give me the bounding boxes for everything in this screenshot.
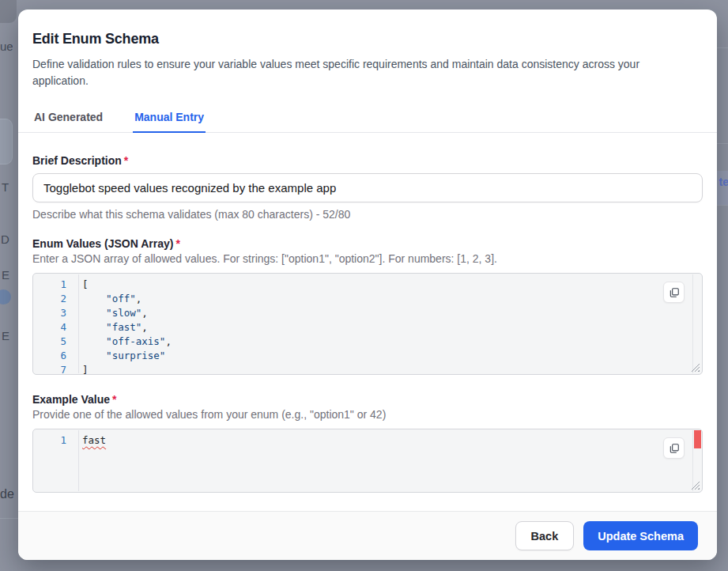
code-token: , <box>141 321 148 333</box>
line-number: 1 <box>33 433 78 448</box>
line-number: 1 <box>33 278 78 292</box>
code-token <box>82 307 106 319</box>
code-token: , <box>141 307 148 319</box>
example-value-label: Example Value* <box>32 393 703 406</box>
code-line: 6 "surprise" <box>33 349 702 363</box>
line-number: 7 <box>33 363 78 375</box>
code-line: 4 "fast", <box>33 320 702 335</box>
label-text: Brief Description <box>32 154 122 167</box>
error-annotation-marker <box>694 430 701 448</box>
required-asterisk: * <box>112 393 116 406</box>
code-line: 1[ <box>33 278 702 292</box>
code-token: , <box>165 335 172 347</box>
code-content[interactable]: ] <box>78 363 89 375</box>
line-number: 5 <box>33 335 78 349</box>
back-button[interactable]: Back <box>515 521 575 550</box>
required-asterisk: * <box>124 154 128 167</box>
line-number: 3 <box>33 306 78 320</box>
line-number: 2 <box>33 292 78 306</box>
example-value-helper: Provide one of the allowed values from y… <box>32 408 703 421</box>
code-content[interactable]: [ <box>78 278 89 292</box>
code-token: , <box>136 293 142 304</box>
tab-ai-generated[interactable]: AI Generated <box>32 108 104 133</box>
enum-values-field: Enum Values (JSON Array)* Enter a JSON a… <box>32 237 703 375</box>
enum-values-helper: Enter a JSON array of allowed values. Fo… <box>32 252 703 265</box>
backdrop-divider <box>717 205 728 206</box>
label-text: Example Value <box>32 393 110 406</box>
modal-body: Brief Description* Describe what this sc… <box>18 133 717 511</box>
code-line: 2 "off", <box>33 292 702 306</box>
code-content[interactable]: "fast", <box>78 320 148 335</box>
backdrop-text-fragment: de <box>0 487 14 501</box>
tab-bar: AI Generated Manual Entry <box>18 108 717 133</box>
brief-description-field: Brief Description* Describe what this sc… <box>32 154 703 221</box>
code-token <box>82 321 106 333</box>
edit-enum-schema-modal: Edit Enum Schema Define validation rules… <box>18 9 717 560</box>
code-token: "slow" <box>106 307 141 319</box>
backdrop-text-fragment: ue <box>0 40 13 53</box>
example-value-editor[interactable]: 1fast <box>32 429 703 493</box>
backdrop-link-fragment: te <box>719 176 728 188</box>
example-value-field: Example Value* Provide one of the allowe… <box>32 393 703 493</box>
code-token: ] <box>82 364 89 375</box>
code-content[interactable]: "off", <box>78 292 141 306</box>
code-token: "surprise" <box>106 350 165 361</box>
line-number: 4 <box>33 320 78 335</box>
code-token: "fast" <box>106 321 141 333</box>
code-token: [ <box>82 278 89 290</box>
modal-title: Edit Enum Schema <box>32 31 703 47</box>
code-line: 3 "slow", <box>33 306 702 320</box>
update-schema-button[interactable]: Update Schema <box>583 521 698 550</box>
backdrop-text-fragment: D <box>1 233 9 246</box>
code-lines: 1fast <box>33 429 702 448</box>
code-lines: 1[2 "off",3 "slow",4 "fast",5 "off-axis"… <box>33 274 702 375</box>
backdrop-pill-fragment <box>0 119 13 164</box>
code-content[interactable]: "off-axis", <box>78 335 172 349</box>
backdrop-divider <box>717 143 728 144</box>
copy-icon <box>669 443 680 454</box>
brief-description-label: Brief Description* <box>32 154 703 167</box>
copy-icon <box>669 287 680 298</box>
screen: { "backdrop": { "fragments": { "left_top… <box>0 0 728 571</box>
code-line: 1fast <box>33 433 702 448</box>
code-token: "off" <box>106 293 136 304</box>
code-line: 7] <box>33 363 702 375</box>
tab-manual-entry[interactable]: Manual Entry <box>133 108 206 133</box>
code-content[interactable]: fast <box>78 433 106 448</box>
backdrop-avatar-fragment <box>0 289 11 304</box>
label-text: Enum Values (JSON Array) <box>32 237 173 250</box>
modal-footer: Back Update Schema <box>18 511 717 560</box>
backdrop-divider <box>0 518 18 519</box>
code-content[interactable]: "surprise" <box>78 349 165 363</box>
backdrop-card-corner <box>0 0 17 23</box>
enum-values-label: Enum Values (JSON Array)* <box>32 237 703 250</box>
brief-description-helper: Describe what this schema validates (max… <box>32 208 703 221</box>
enum-values-editor[interactable]: 1[2 "off",3 "slow",4 "fast",5 "off-axis"… <box>32 273 703 375</box>
modal-description: Define validation rules to ensure your v… <box>32 56 692 89</box>
code-token <box>82 350 106 361</box>
code-token <box>82 293 106 304</box>
code-token <box>82 335 106 347</box>
modal-header: Edit Enum Schema Define validation rules… <box>18 9 717 89</box>
brief-description-input[interactable] <box>32 173 703 202</box>
backdrop-divider <box>717 47 728 48</box>
copy-button[interactable] <box>663 437 685 459</box>
code-token: fast <box>82 434 106 446</box>
backdrop-text-fragment: E <box>2 268 9 282</box>
line-number: 6 <box>33 349 78 363</box>
code-content[interactable]: "slow", <box>78 306 148 320</box>
backdrop-text-fragment: E <box>2 329 9 342</box>
required-asterisk: * <box>175 237 179 250</box>
copy-button[interactable] <box>663 282 685 303</box>
backdrop-text-fragment: T <box>2 180 9 194</box>
code-token: "off-axis" <box>106 335 165 347</box>
code-line: 5 "off-axis", <box>33 335 702 349</box>
